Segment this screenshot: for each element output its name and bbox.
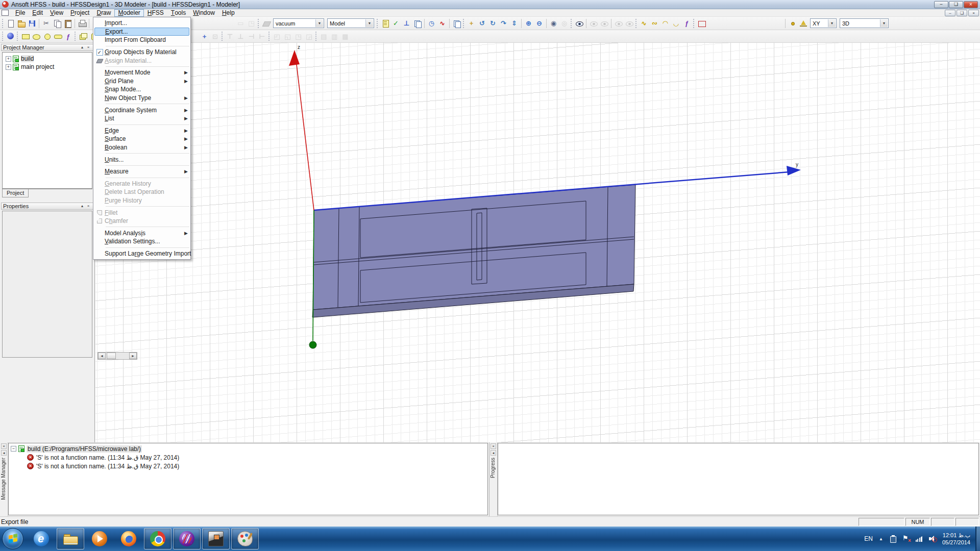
menu-edit[interactable]: Edit (29, 9, 46, 17)
expand-icon[interactable]: + (6, 56, 11, 62)
copy-image-icon[interactable] (452, 18, 461, 28)
menu-item-coordinate-system[interactable]: Coordinate System▶ (93, 106, 190, 114)
zoom-window-icon[interactable]: ◉ (549, 18, 558, 28)
message-error-row[interactable]: ✕'S' is not a function name. (11:34 ق.ظ … (10, 453, 487, 462)
menu-item-grid-plane[interactable]: Grid Plane▶ (93, 77, 190, 86)
offset-icon[interactable]: ◲ (304, 32, 314, 41)
menu-item-new-object-type[interactable]: New Object Type▶ (93, 94, 190, 103)
excitation-icon[interactable]: ⊥ (402, 18, 411, 28)
toolbar-grip[interactable] (463, 19, 464, 28)
duplicate-mirror-icon[interactable]: ▦ (340, 32, 350, 41)
rotate-object-icon[interactable]: ◱ (283, 32, 292, 41)
solution-data-icon[interactable] (412, 18, 422, 28)
create-point-icon[interactable] (788, 18, 797, 28)
tab-project[interactable]: Project (2, 189, 29, 197)
zoom-fit-icon[interactable]: ◎ (559, 18, 569, 28)
show-desktop-button[interactable] (975, 527, 980, 551)
rotate-axis-icon[interactable]: ↷ (499, 18, 508, 28)
mdi-minimize-button[interactable]: – (945, 10, 955, 16)
align-top-icon[interactable]: ⊤ (225, 32, 235, 41)
menu-view[interactable]: View (46, 9, 67, 17)
menu-item-boolean[interactable]: Boolean▶ (93, 143, 190, 152)
minimize-button[interactable]: – (934, 1, 948, 8)
copy-icon[interactable] (52, 18, 62, 28)
volume-muted-icon[interactable] (929, 535, 937, 542)
dropdown-arrow-icon[interactable]: ▼ (315, 19, 323, 27)
align-left-icon[interactable]: ⊣ (247, 32, 256, 41)
menu-hfss[interactable]: HFSS (144, 9, 167, 17)
taskbar-paint-button[interactable] (231, 528, 259, 549)
menu-item-validation-settings[interactable]: Validation Settings... (93, 237, 190, 246)
clock[interactable]: 12:01 ب.ظ 05/27/2014 (942, 532, 970, 546)
draw-ellipse-icon[interactable] (31, 32, 41, 41)
analyze-icon[interactable]: ◷ (427, 18, 436, 28)
align-bottom-icon[interactable]: ⊥ (236, 32, 246, 41)
menu-item-edge[interactable]: Edge▶ (93, 127, 190, 135)
results-icon[interactable]: ∿ (437, 18, 447, 28)
create-region-icon[interactable] (697, 18, 706, 28)
toolbar-grip[interactable] (222, 32, 223, 41)
add-solution-icon[interactable] (380, 18, 390, 28)
message-collapse-icon[interactable]: ◂ (1, 450, 7, 456)
paste-icon[interactable] (63, 18, 72, 28)
duplicate-axis-icon[interactable]: ▥ (330, 32, 339, 41)
menu-file[interactable]: File (12, 9, 29, 17)
toolbar-grip[interactable] (268, 32, 270, 41)
draw-box-icon[interactable] (78, 32, 88, 41)
menu-item-units[interactable]: Units... (93, 155, 190, 164)
panel-close-icon[interactable]: × (85, 45, 91, 51)
toolbar-grip[interactable] (693, 19, 694, 28)
taskbar-media-player-button[interactable] (86, 528, 113, 549)
rotate-model-icon[interactable]: ↺ (477, 18, 487, 28)
draw-rectangle-icon[interactable] (20, 32, 30, 41)
dropdown-arrow-icon[interactable]: ▼ (828, 19, 836, 27)
taskbar-explorer-button[interactable] (57, 528, 84, 549)
toolbar-grip[interactable] (2, 32, 3, 41)
tree-item-main-project[interactable]: +main project (4, 63, 91, 71)
hide-show-icon[interactable] (574, 18, 584, 28)
print-icon[interactable] (77, 18, 87, 28)
menu-item-group-objects-by-material[interactable]: ✓Group Objects By Material (93, 48, 190, 57)
scroll-left-icon[interactable]: ◄ (98, 353, 106, 359)
view-mode-select[interactable]: 3D▼ (840, 18, 889, 28)
toolbar-grip[interactable] (2, 19, 3, 28)
dropdown-arrow-icon[interactable]: ▼ (880, 19, 888, 27)
modeler-3d-view[interactable]: y z ◄ ► (95, 43, 980, 442)
arc-3point-icon[interactable]: ◡ (671, 18, 681, 28)
menu-item-surface[interactable]: Surface▶ (93, 135, 190, 143)
menu-project[interactable]: Project (67, 9, 93, 17)
taskbar-hfss-button[interactable] (173, 528, 201, 549)
message-error-row[interactable]: ✕'S' is not a function name. (11:34 ق.ظ … (10, 462, 487, 470)
face-cs-icon[interactable]: ⊡ (210, 32, 220, 41)
model-select[interactable]: Model▼ (327, 18, 374, 28)
hide-all-icon[interactable] (614, 18, 623, 28)
toolbar-grip[interactable] (635, 19, 636, 28)
menu-window[interactable]: Window (189, 9, 218, 17)
scroll-thumb[interactable] (107, 353, 116, 359)
progress-collapse-icon[interactable]: ◂ (491, 450, 496, 456)
taskbar-firefox-button[interactable] (115, 528, 142, 549)
draw-regular-polygon-icon[interactable] (53, 32, 62, 41)
zoom-out-icon[interactable]: ⊖ (534, 18, 544, 28)
tree-item-build[interactable]: +build (4, 55, 91, 63)
fit-all-icon[interactable]: ⇕ (509, 18, 519, 28)
panel-pin-icon[interactable]: ▴ (79, 45, 85, 51)
progress-close-icon[interactable]: × (491, 443, 496, 449)
zoom-in-icon[interactable]: ⊕ (524, 18, 533, 28)
coordinate-sphere-icon[interactable] (6, 32, 15, 41)
language-indicator[interactable]: EN (864, 535, 873, 542)
expand-icon[interactable]: + (6, 64, 11, 70)
plane-icon[interactable]: ▭ (236, 18, 246, 28)
equation-surface-icon[interactable]: ƒ (63, 32, 73, 41)
taskbar-ie-button[interactable] (28, 528, 55, 549)
dropdown-arrow-icon[interactable]: ▼ (365, 19, 373, 27)
menu-item-measure[interactable]: Measure▶ (93, 167, 190, 176)
drawing-plane-select[interactable]: XY▼ (810, 18, 837, 28)
save-icon[interactable] (27, 18, 37, 28)
toolbar-grip[interactable] (377, 19, 378, 28)
taskbar-chrome-button[interactable] (144, 528, 172, 549)
mdi-close-button[interactable]: × (968, 10, 979, 16)
toolbar-grip[interactable] (75, 32, 76, 41)
mdi-restore-button[interactable]: ❏ (957, 10, 967, 16)
menu-item-model-analysis[interactable]: Model Analysis▶ (93, 229, 190, 237)
